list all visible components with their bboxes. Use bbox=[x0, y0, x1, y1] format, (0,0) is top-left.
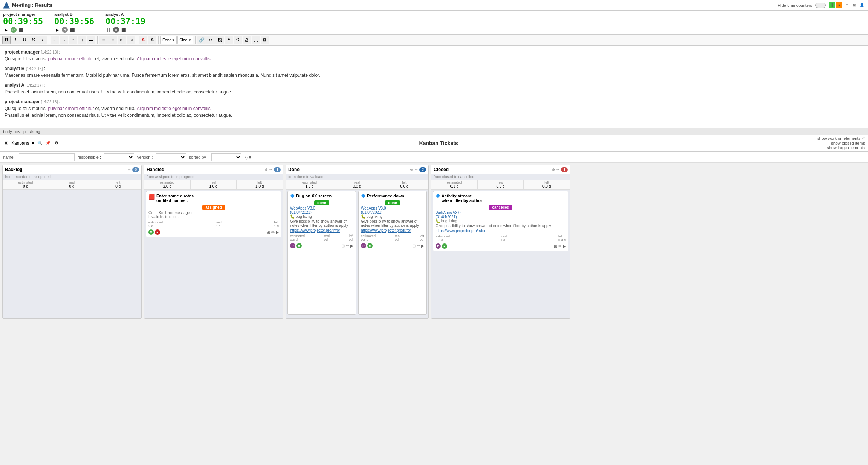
card-icon-done-0: 🔷 bbox=[290, 194, 295, 198]
card-link-done-0[interactable]: https://www.projector.pro/fr/for bbox=[290, 228, 353, 232]
kanban-column-done: Done 🗑 ✏ 2 from done to validated estima… bbox=[286, 165, 429, 319]
kanban-view-btn-1[interactable]: ⊞ bbox=[3, 140, 10, 147]
show-work-label[interactable]: show work on elements ✓ bbox=[817, 136, 865, 141]
card-action-edit-closed-0[interactable]: ✏ bbox=[558, 244, 562, 249]
timer-ab-avatar[interactable]: B bbox=[62, 27, 68, 33]
italic2-button[interactable]: I bbox=[38, 36, 47, 44]
handled-trash-icon[interactable]: 🗑 bbox=[264, 168, 268, 172]
timer-pm-avatar[interactable]: P bbox=[11, 27, 17, 33]
view-icon-green[interactable]: || bbox=[829, 2, 835, 8]
bold-button[interactable]: B bbox=[2, 36, 11, 44]
align-justify-button[interactable]: ↓ bbox=[78, 36, 86, 44]
editor-area[interactable]: project manager [14:22:13] : Quisque fel… bbox=[0, 46, 868, 128]
card-action-edit-done-1[interactable]: ✏ bbox=[417, 243, 420, 248]
filter-version-select[interactable] bbox=[156, 153, 186, 161]
kanban-icon-3[interactable]: ⚙ bbox=[53, 140, 60, 147]
card-action-copy-done-0[interactable]: ⊞ bbox=[341, 243, 345, 248]
card-actions-closed-0[interactable]: ⊞ ✏ ▶ bbox=[554, 244, 566, 249]
align-center-button[interactable]: → bbox=[60, 36, 68, 44]
editor-paragraph-2: analyst A [14:22:17] : Phasellus et laci… bbox=[5, 82, 863, 95]
size-dropdown-label: Size bbox=[179, 38, 187, 42]
list-number-button[interactable]: ≡ bbox=[108, 36, 117, 44]
size-dropdown[interactable]: Size ▼ bbox=[177, 36, 193, 44]
kanban-icon-2[interactable]: 📌 bbox=[45, 140, 52, 147]
indent-out-button[interactable]: ⇤ bbox=[118, 36, 126, 44]
timer-analyst-a: analyst A 00:37:19 ⏸ A ⬛ bbox=[105, 12, 151, 33]
handled-edit-icon[interactable]: ✏ bbox=[269, 168, 272, 172]
italic-button[interactable]: I bbox=[11, 36, 20, 44]
fullscreen-button[interactable]: ⛶ bbox=[252, 36, 260, 44]
stat-val-left-backlog: 0 d bbox=[96, 184, 139, 188]
timer-pm-stop[interactable]: ⬛ bbox=[18, 27, 24, 33]
timer-ab-play[interactable]: ▶ bbox=[54, 27, 60, 33]
card-action-arrow-done-0[interactable]: ▶ bbox=[350, 243, 353, 248]
card-action-arrow-done-1[interactable]: ▶ bbox=[421, 243, 424, 248]
indent-in-button[interactable]: ⇥ bbox=[127, 36, 135, 44]
cs-real-closed-0: real0d bbox=[501, 234, 507, 242]
special-char-button[interactable]: Ω bbox=[234, 36, 242, 44]
card-desc-closed-0: Give possibility to show answer of notes… bbox=[436, 224, 566, 228]
view-icon-grid[interactable]: ⊞ bbox=[851, 2, 857, 8]
show-closed-label[interactable]: show closed items bbox=[831, 141, 865, 145]
timer-aa-avatar[interactable]: A bbox=[113, 27, 119, 33]
bg-color-button[interactable]: A bbox=[148, 36, 156, 44]
backlog-edit-icon[interactable]: ✏ bbox=[128, 168, 131, 172]
image-button[interactable]: 🖼 bbox=[215, 36, 224, 44]
card-actions-done-0[interactable]: ⊞ ✏ ▶ bbox=[341, 243, 353, 248]
show-large-label[interactable]: show large elements bbox=[827, 145, 865, 150]
stat-val-real-handled: 1,0 d bbox=[192, 184, 235, 188]
print-button[interactable]: 🖨 bbox=[243, 36, 251, 44]
card-action-arrow[interactable]: ▶ bbox=[276, 230, 279, 235]
done-edit-icon[interactable]: ✏ bbox=[415, 168, 418, 172]
card-action-edit-done-0[interactable]: ✏ bbox=[346, 243, 349, 248]
timer-aa-stop[interactable]: ⬛ bbox=[121, 27, 127, 33]
font-color-button[interactable]: A bbox=[139, 36, 147, 44]
top-bar: Meeting : Results Hide time counters || … bbox=[0, 0, 868, 11]
align-right-button[interactable]: ↑ bbox=[69, 36, 77, 44]
filter-sortedby-select[interactable] bbox=[211, 153, 241, 161]
closed-trash-icon[interactable]: 🗑 bbox=[552, 168, 555, 172]
timer-ab-stop[interactable]: ⬛ bbox=[69, 27, 75, 33]
closed-edit-icon[interactable]: ✏ bbox=[556, 168, 559, 172]
card-action-arrow-closed-0[interactable]: ▶ bbox=[563, 244, 566, 249]
card-link-closed-0[interactable]: https://www.projector.pro/fr/for bbox=[436, 229, 566, 233]
unlink-button[interactable]: ✂ bbox=[206, 36, 215, 44]
card-header-handled-0: 🟥 Enter some quoteson filed names : bbox=[148, 194, 279, 203]
card-actions-done-1[interactable]: ⊞ ✏ ▶ bbox=[412, 243, 424, 248]
kanbans-dropdown[interactable]: Kanbans ▼ bbox=[11, 141, 35, 146]
quote-button[interactable]: ❝ bbox=[225, 36, 233, 44]
list-bullet-button[interactable]: ≡ bbox=[99, 36, 108, 44]
card-action-copy[interactable]: ⊞ bbox=[267, 230, 270, 235]
done-trash-icon[interactable]: 🗑 bbox=[410, 168, 414, 172]
filter-responsible-select[interactable] bbox=[104, 153, 134, 161]
block-button[interactable]: ▬ bbox=[87, 36, 95, 44]
timer-pm-play[interactable]: ▶ bbox=[3, 27, 9, 33]
underline-button[interactable]: U bbox=[20, 36, 29, 44]
font-dropdown[interactable]: Font ▼ bbox=[160, 36, 177, 44]
card-avatar-m: M bbox=[148, 229, 154, 235]
hide-time-label: Hide time counters bbox=[778, 3, 812, 8]
link-button[interactable]: 🔗 bbox=[197, 36, 206, 44]
stat-real-label: real bbox=[216, 220, 222, 224]
view-icon-user[interactable]: 👤 bbox=[859, 2, 865, 8]
stat-estimated-backlog: estimated 0 d bbox=[3, 180, 49, 189]
timer-analyst-b: analyst B 00:39:56 ▶ B ⬛ bbox=[54, 12, 99, 33]
align-left-button[interactable]: ← bbox=[51, 36, 59, 44]
card-actions-handled-0[interactable]: ⊞ ✏ ▶ bbox=[267, 230, 279, 235]
filter-funnel-icon[interactable]: ▽▾ bbox=[245, 154, 251, 160]
timer-aa-pause[interactable]: ⏸ bbox=[105, 27, 112, 33]
card-action-copy-done-1[interactable]: ⊞ bbox=[412, 243, 416, 248]
strikethrough-button[interactable]: S bbox=[29, 36, 38, 44]
card-link-done-1[interactable]: https://www.projector.pro/fr/for bbox=[361, 228, 424, 232]
kanban-icon-1[interactable]: 🔍 bbox=[37, 140, 43, 147]
card-status-closed-0: cancelled bbox=[489, 205, 512, 210]
card-avatar-done-0-g: ■ bbox=[296, 243, 302, 248]
view-icon-orange[interactable]: ■ bbox=[836, 2, 842, 8]
view-icon-list[interactable]: ≡ bbox=[844, 2, 850, 8]
filter-name-input[interactable] bbox=[19, 153, 75, 161]
card-action-copy-closed-0[interactable]: ⊞ bbox=[554, 244, 557, 249]
card-action-edit[interactable]: ✏ bbox=[271, 230, 275, 235]
expand-button[interactable]: ⊠ bbox=[261, 36, 269, 44]
editor-colon-1: : bbox=[44, 66, 45, 71]
hide-time-toggle[interactable] bbox=[815, 3, 826, 8]
